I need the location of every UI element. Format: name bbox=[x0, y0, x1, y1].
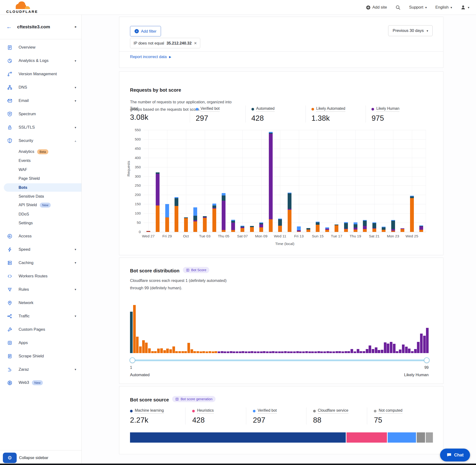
search-button[interactable] bbox=[395, 5, 401, 10]
sidebar-item-label: Workers Routes bbox=[19, 274, 48, 279]
sidebar: ← cftestsite3.com ▸ OverviewAnalytics & … bbox=[0, 15, 82, 465]
sidebar-item-events[interactable]: Events bbox=[0, 156, 81, 165]
sidebar-item-label: Traffic bbox=[19, 314, 30, 318]
sidebar-item-access[interactable]: Access bbox=[0, 230, 81, 243]
chat-button[interactable]: Chat bbox=[440, 449, 470, 461]
histogram-bar-score-67 bbox=[329, 351, 332, 353]
slider-handle-max[interactable] bbox=[424, 357, 430, 363]
bar-segment-likely-human bbox=[354, 228, 357, 230]
sidebar-item-overview[interactable]: Overview bbox=[0, 41, 81, 54]
y-tick-label: 50 bbox=[124, 221, 141, 224]
slider-track[interactable] bbox=[130, 359, 429, 361]
cloudflare-cloud-icon bbox=[14, 1, 30, 9]
sidebar-item-apps[interactable]: Apps bbox=[0, 336, 81, 349]
slider-handle-min[interactable] bbox=[129, 357, 135, 363]
sidebar-item-analytics-logs[interactable]: Analytics & Logs▾ bbox=[0, 54, 81, 67]
sidebar-item-rules[interactable]: Rules▾ bbox=[0, 283, 81, 296]
chevron-down-icon: ▾ bbox=[74, 288, 76, 291]
bar-segment-verified-bot bbox=[241, 226, 244, 226]
histogram-bar-score-5 bbox=[142, 340, 145, 353]
y-axis-label: Requests bbox=[127, 161, 131, 176]
sidebar-item-network[interactable]: Network bbox=[0, 296, 81, 309]
sidebar-item-workers-routes[interactable]: Workers Routes bbox=[0, 270, 81, 283]
scrape-shield-icon bbox=[7, 354, 12, 359]
bot-score-badge[interactable]: Bot Score bbox=[183, 267, 210, 273]
add-filter-button[interactable]: + Add filter bbox=[130, 26, 161, 36]
bar-segment-likely-automated bbox=[278, 226, 282, 232]
bar-segment-verified-bot bbox=[278, 219, 282, 219]
cloudflare-logo[interactable]: CLOUDFLARE bbox=[4, 1, 40, 14]
sidebar-item-custom-pages[interactable]: Custom Pages bbox=[0, 323, 81, 336]
sidebar-item-security[interactable]: Security▴ bbox=[0, 134, 81, 147]
bar-segment-likely-automated bbox=[203, 218, 207, 232]
stat-label-text: Verified bot bbox=[258, 408, 277, 413]
date-range-select[interactable]: Previous 30 days ▾ bbox=[388, 25, 433, 36]
stat-machine-learning: Machine learning2.27k bbox=[130, 407, 185, 424]
histogram-bar-score-60 bbox=[308, 351, 311, 353]
custom-pages-icon bbox=[7, 327, 12, 332]
version-icon bbox=[7, 71, 12, 77]
stat-label: Likely Human bbox=[371, 106, 434, 112]
sidebar-subitem-label: Sensitive Data bbox=[19, 194, 44, 199]
security-icon bbox=[7, 138, 12, 143]
bar-segment-likely-automated bbox=[363, 229, 367, 232]
add-site-button[interactable]: Add site bbox=[366, 5, 387, 10]
bar-segment-automated bbox=[241, 226, 244, 227]
distribution-title-text: Bot score distribution bbox=[130, 268, 180, 273]
bar-segment-automated bbox=[193, 216, 197, 220]
support-menu[interactable]: Support ▾ bbox=[409, 5, 427, 10]
stat-verified-bot: Verified bot297 bbox=[246, 407, 306, 424]
filter-chip[interactable]: IP does not equal 35.212.240.32 × bbox=[130, 38, 200, 48]
bar-segment-automated bbox=[259, 223, 263, 224]
bar-segment-verified-bot bbox=[372, 222, 376, 223]
sidebar-item-traffic[interactable]: Traffic▾ bbox=[0, 309, 81, 323]
bar-segment-automated bbox=[288, 193, 291, 209]
bar-tue-24 bbox=[401, 228, 404, 232]
close-icon[interactable]: × bbox=[194, 41, 197, 45]
site-selector[interactable]: ← cftestsite3.com ▸ bbox=[0, 15, 81, 39]
bar-segment-automated bbox=[269, 133, 273, 134]
language-menu[interactable]: English ▾ bbox=[435, 5, 452, 10]
report-incorrect-data-link[interactable]: Report incorrect data ▶ bbox=[130, 54, 171, 59]
bot-score-generation-badge[interactable]: Bot score generation bbox=[172, 396, 215, 402]
score-range-slider bbox=[130, 357, 429, 363]
bot-score-badge-label: Bot Score bbox=[191, 268, 206, 272]
sidebar-item-page-shield[interactable]: Page Shield bbox=[0, 174, 81, 183]
sidebar-item-spectrum[interactable]: Spectrum bbox=[0, 107, 81, 121]
sidebar-item-ddos[interactable]: DDoS bbox=[0, 210, 81, 219]
sidebar-item-dns[interactable]: DNS▾ bbox=[0, 81, 81, 94]
sidebar-item-bots[interactable]: Bots bbox=[0, 183, 81, 192]
sidebar-item-label: Apps bbox=[19, 340, 28, 345]
bar-segment-likely-automated bbox=[354, 230, 357, 232]
sidebar-item-analytics[interactable]: AnalyticsBeta bbox=[0, 147, 81, 156]
sidebar-item-settings[interactable]: Settings bbox=[0, 219, 81, 227]
account-menu[interactable]: ▾ bbox=[461, 5, 469, 10]
histogram-bar-score-92 bbox=[405, 347, 408, 353]
sidebar-item-speed[interactable]: Speed▾ bbox=[0, 243, 81, 256]
sidebar-item-email[interactable]: Email▾ bbox=[0, 94, 81, 107]
bar-segment-verified-bot bbox=[344, 222, 348, 223]
histogram-bar-score-25 bbox=[202, 351, 205, 353]
sidebar-item-ssl-tls[interactable]: SSL/TLS▾ bbox=[0, 121, 81, 134]
requests-stats-row: Total3.08kVerified bot297Automated428Lik… bbox=[130, 106, 434, 123]
web3-icon bbox=[7, 380, 12, 385]
bar-segment-automated bbox=[419, 226, 423, 226]
sidebar-item-zaraz[interactable]: Zaraz▾ bbox=[0, 363, 81, 376]
collapse-sidebar-button[interactable]: Collapse sidebar bbox=[19, 455, 48, 460]
x-tick-label: Tue 03 bbox=[194, 234, 215, 238]
bar-segment-likely-automated bbox=[250, 227, 254, 232]
sidebar-item-api-shield[interactable]: API ShieldNew bbox=[0, 201, 81, 210]
sidebar-item-scrape-shield[interactable]: Scrape Shield bbox=[0, 349, 81, 363]
bar-segment-automated bbox=[391, 221, 395, 229]
bar-segment-likely-automated bbox=[259, 227, 263, 232]
sidebar-item-web3[interactable]: Web3New bbox=[0, 376, 81, 390]
sidebar-item-sensitive-data[interactable]: Sensitive Data bbox=[0, 192, 81, 201]
sidebar-item-caching[interactable]: Caching▾ bbox=[0, 256, 81, 270]
back-arrow-icon[interactable]: ← bbox=[6, 23, 12, 30]
bar-segment-likely-automated bbox=[288, 210, 291, 232]
sidebar-item-waf[interactable]: WAF bbox=[0, 165, 81, 174]
gridline bbox=[261, 130, 262, 232]
sidebar-item-version-management[interactable]: Version Management bbox=[0, 67, 81, 81]
histogram-bar-score-10 bbox=[157, 349, 160, 353]
quick-settings-button[interactable]: ⚙ bbox=[3, 453, 17, 463]
